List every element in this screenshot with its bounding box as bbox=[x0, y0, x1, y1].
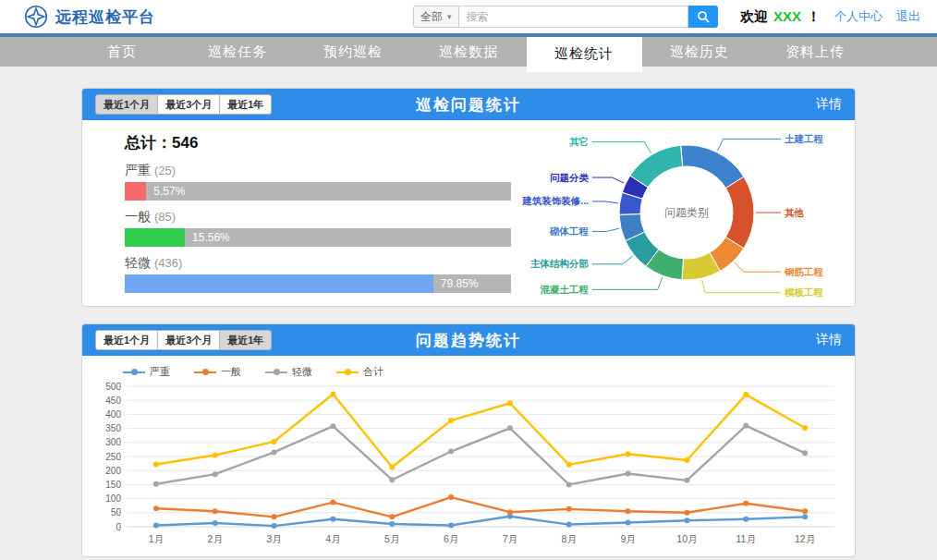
issue-range-buttons: 最近1个月 最近3个月 最近1年 bbox=[95, 94, 271, 115]
svg-text:5月: 5月 bbox=[384, 533, 399, 544]
total-line-marker bbox=[336, 371, 359, 373]
range-1month-button[interactable]: 最近1个月 bbox=[95, 94, 158, 115]
normal-count: (85) bbox=[154, 210, 176, 224]
svg-text:砌体工程: 砌体工程 bbox=[549, 225, 590, 236]
minor-label: 轻微 bbox=[125, 255, 151, 270]
svg-text:6月: 6月 bbox=[444, 533, 458, 544]
issue-panel-body: 总计：546 严重 (25) 5.57% 一般 (85) bbox=[82, 120, 855, 306]
trend-line-chart: 0501001502002503003504004505001月2月3月4月5月… bbox=[90, 379, 844, 547]
chevron-down-icon: ▾ bbox=[447, 12, 452, 21]
nav-item-upload[interactable]: 资料上传 bbox=[758, 37, 873, 67]
trend-panel-header: 最近1个月 最近3个月 最近1年 问题趋势统计 详情 bbox=[82, 324, 855, 356]
svg-text:500: 500 bbox=[105, 382, 121, 392]
svg-text:其他: 其他 bbox=[785, 206, 805, 217]
severe-bar-group: 严重 (25) 5.57% bbox=[125, 163, 511, 201]
issue-category-donut-chart: 土建工程其他钢筋工程模板工程混凝土工程主体结构分部砌体工程建筑装饰装修...问题… bbox=[511, 120, 862, 306]
nav-item-history[interactable]: 巡检历史 bbox=[642, 37, 758, 67]
svg-text:建筑装饰装修...: 建筑装饰装修... bbox=[521, 195, 589, 206]
svg-text:10月: 10月 bbox=[676, 533, 697, 544]
svg-text:400: 400 bbox=[105, 409, 121, 420]
svg-text:其它: 其它 bbox=[569, 136, 589, 147]
minor-count: (436) bbox=[154, 256, 182, 270]
trend-range-buttons: 最近1个月 最近3个月 最近1年 bbox=[95, 330, 271, 350]
severe-percent: 5.57% bbox=[153, 182, 185, 201]
svg-text:7月: 7月 bbox=[503, 533, 517, 544]
normal-percent: 15.56% bbox=[192, 228, 230, 247]
legend-item-total[interactable]: 合计 bbox=[336, 365, 383, 379]
search-group: 全部 ▾ bbox=[413, 6, 718, 28]
svg-text:150: 150 bbox=[105, 480, 121, 490]
severe-line-marker bbox=[123, 371, 145, 373]
trend-range-3months-button[interactable]: 最近3个月 bbox=[157, 330, 220, 350]
svg-text:450: 450 bbox=[105, 396, 121, 406]
trend-panel: 最近1个月 最近3个月 最近1年 问题趋势统计 详情 严重 一般 轻微 bbox=[81, 323, 856, 557]
nav-item-home[interactable]: 首页 bbox=[65, 37, 180, 67]
severe-bar-track: 5.57% bbox=[125, 182, 511, 201]
legend-item-minor[interactable]: 轻微 bbox=[265, 365, 312, 379]
svg-text:问题分类: 问题分类 bbox=[550, 171, 590, 182]
welcome-message: 欢迎 XXX ！ bbox=[740, 8, 821, 26]
svg-text:350: 350 bbox=[105, 423, 121, 433]
legend-item-normal[interactable]: 一般 bbox=[194, 365, 241, 379]
trend-range-1month-button[interactable]: 最近1个月 bbox=[95, 330, 158, 350]
minor-percent: 79.85% bbox=[441, 274, 479, 293]
range-1year-button[interactable]: 最近1年 bbox=[219, 94, 272, 115]
total-count: 总计：546 bbox=[125, 132, 511, 153]
issue-stats: 总计：546 严重 (25) 5.57% 一般 (85) bbox=[82, 120, 511, 306]
main-nav: 首页 巡检任务 预约巡检 巡检数据 巡检统计 巡检历史 资料上传 bbox=[0, 37, 937, 67]
issue-stats-panel: 最近1个月 最近3个月 最近1年 巡检问题统计 详情 总计：546 严重 (25… bbox=[81, 88, 856, 307]
range-3months-button[interactable]: 最近3个月 bbox=[157, 94, 220, 115]
svg-text:250: 250 bbox=[105, 452, 121, 462]
svg-text:钢筋工程: 钢筋工程 bbox=[784, 265, 824, 276]
logout-link[interactable]: 退出 bbox=[896, 8, 920, 25]
svg-text:100: 100 bbox=[105, 493, 121, 504]
brand: 远程巡检平台 bbox=[24, 5, 155, 29]
trend-detail-link[interactable]: 详情 bbox=[816, 332, 842, 348]
user-area: 欢迎 XXX ！ 个人中心 退出 bbox=[740, 8, 920, 26]
legend-item-severe[interactable]: 严重 bbox=[123, 365, 170, 379]
svg-text:问题类别: 问题类别 bbox=[664, 206, 709, 219]
search-icon bbox=[697, 10, 710, 23]
normal-bar-fill bbox=[125, 228, 185, 247]
svg-text:土建工程: 土建工程 bbox=[785, 132, 824, 143]
page-content: 最近1个月 最近3个月 最近1年 巡检问题统计 详情 总计：546 严重 (25… bbox=[0, 67, 937, 557]
search-input[interactable] bbox=[459, 6, 688, 28]
nav-item-data[interactable]: 巡检数据 bbox=[411, 37, 527, 67]
svg-text:3月: 3月 bbox=[266, 533, 281, 544]
svg-text:模板工程: 模板工程 bbox=[784, 286, 824, 298]
svg-text:2月: 2月 bbox=[208, 533, 223, 544]
topbar: 远程巡检平台 全部 ▾ 欢迎 XXX ！ 个人中心 退出 bbox=[0, 0, 937, 33]
minor-bar-track: 79.85% bbox=[125, 274, 511, 293]
issue-detail-link[interactable]: 详情 bbox=[816, 96, 842, 113]
svg-text:混凝土工程: 混凝土工程 bbox=[540, 283, 590, 294]
normal-label: 一般 bbox=[125, 209, 151, 224]
platform-logo-icon bbox=[24, 5, 48, 29]
minor-bar-group: 轻微 (436) 79.85% bbox=[125, 255, 511, 293]
svg-text:4月: 4月 bbox=[325, 533, 340, 544]
svg-text:300: 300 bbox=[105, 437, 121, 447]
welcome-suffix: ！ bbox=[807, 8, 821, 26]
donut-svg: 土建工程其他钢筋工程模板工程混凝土工程主体结构分部砌体工程建筑装饰装修...问题… bbox=[511, 121, 862, 306]
svg-text:50: 50 bbox=[111, 507, 122, 517]
svg-text:主体结构分部: 主体结构分部 bbox=[530, 258, 590, 269]
svg-text:200: 200 bbox=[105, 466, 121, 476]
search-category-value: 全部 bbox=[420, 9, 443, 25]
nav-item-schedule[interactable]: 预约巡检 bbox=[296, 37, 411, 67]
trend-legend: 严重 一般 轻微 合计 bbox=[123, 365, 847, 379]
app-title: 远程巡检平台 bbox=[55, 6, 155, 28]
search-category-select[interactable]: 全部 ▾ bbox=[413, 6, 459, 28]
severe-label: 严重 bbox=[125, 163, 151, 177]
issue-panel-header: 最近1个月 最近3个月 最近1年 巡检问题统计 详情 bbox=[82, 89, 855, 120]
svg-text:8月: 8月 bbox=[562, 533, 577, 544]
nav-item-tasks[interactable]: 巡检任务 bbox=[180, 37, 296, 67]
severe-bar-fill bbox=[125, 182, 146, 201]
nav-item-statistics[interactable]: 巡检统计 bbox=[527, 37, 642, 72]
search-button[interactable] bbox=[688, 6, 718, 28]
trend-range-1year-button[interactable]: 最近1年 bbox=[219, 330, 272, 350]
minor-line-marker bbox=[265, 371, 287, 373]
normal-bar-group: 一般 (85) 15.56% bbox=[125, 209, 511, 247]
trend-panel-body: 严重 一般 轻微 合计 0501001502002503003504004505… bbox=[82, 356, 855, 556]
username: XXX bbox=[773, 8, 801, 24]
profile-link[interactable]: 个人中心 bbox=[834, 8, 882, 25]
severe-count: (25) bbox=[154, 164, 176, 177]
